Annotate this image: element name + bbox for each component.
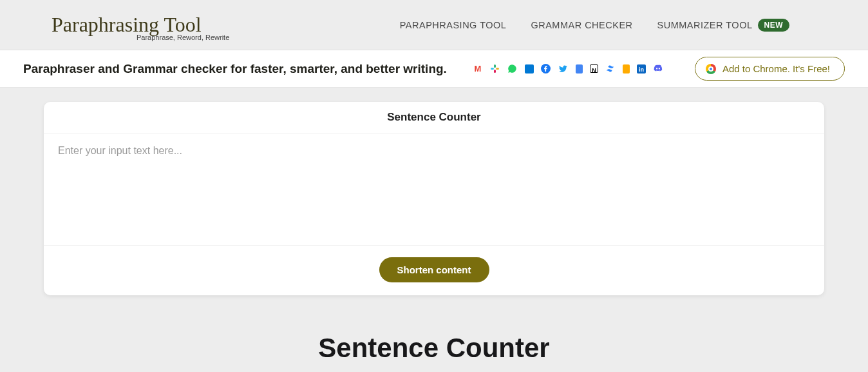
linkedin-icon: in — [637, 64, 646, 73]
logo-title: Paraphrasing Tool — [52, 14, 229, 35]
svg-rect-0 — [491, 68, 494, 70]
page-heading: Sentence Counter — [44, 333, 824, 364]
logo[interactable]: Paraphrasing Tool Paraphrase, Reword, Re… — [0, 9, 229, 41]
nav-grammar-checker[interactable]: GRAMMAR CHECKER — [531, 20, 632, 30]
chrome-icon — [706, 64, 716, 74]
svg-rect-1 — [496, 68, 499, 70]
integrations-icons: M N in — [473, 64, 663, 74]
svg-rect-2 — [494, 64, 496, 68]
slack-icon — [490, 64, 500, 74]
whatsapp-icon — [507, 64, 518, 74]
twitter-icon — [558, 64, 569, 74]
discord-icon — [653, 64, 663, 74]
add-to-chrome-label: Add to Chrome. It's Free! — [722, 63, 830, 74]
facebook-icon — [541, 64, 551, 74]
text-input[interactable] — [44, 133, 824, 246]
confluence-icon — [605, 64, 616, 74]
card-title: Sentence Counter — [44, 102, 824, 133]
notion-icon: N — [590, 64, 598, 73]
shorten-content-button[interactable]: Shorten content — [379, 257, 489, 282]
badge-new: NEW — [758, 19, 790, 32]
gmail-icon: M — [473, 64, 483, 74]
sub-header: Paraphraser and Grammar checker for fast… — [0, 50, 868, 88]
nav-summarizer-tool[interactable]: SUMMARIZER TOOL — [657, 20, 753, 30]
outlook-icon — [525, 64, 534, 73]
top-nav: Paraphrasing Tool Paraphrase, Reword, Re… — [0, 0, 868, 50]
google-docs-icon — [576, 64, 583, 73]
main-nav: PARAPHRASING TOOL GRAMMAR CHECKER SUMMAR… — [400, 19, 847, 32]
tool-card: Sentence Counter Shorten content — [44, 102, 824, 295]
jira-icon — [623, 64, 630, 73]
sub-header-text: Paraphraser and Grammar checker for fast… — [23, 62, 447, 76]
svg-rect-3 — [494, 70, 496, 73]
add-to-chrome-button[interactable]: Add to Chrome. It's Free! — [695, 57, 845, 81]
nav-paraphrasing-tool[interactable]: PARAPHRASING TOOL — [400, 20, 507, 30]
